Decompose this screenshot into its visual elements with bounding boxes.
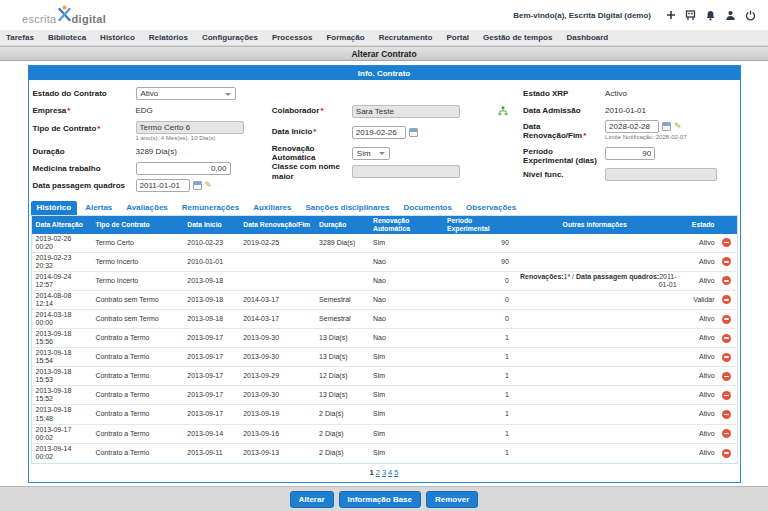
tab-observacoes[interactable]: Observações <box>460 201 522 215</box>
power-icon[interactable] <box>745 10 756 21</box>
menu-item-formacao[interactable]: Formação <box>326 33 364 42</box>
tipo-contrato-input[interactable] <box>136 121 244 134</box>
renovacao-auto-select[interactable]: Sim <box>352 147 390 160</box>
data-renovacao-input[interactable] <box>605 120 659 133</box>
delete-row-icon[interactable] <box>722 391 731 400</box>
menu-item-recrutamento[interactable]: Recrutamento <box>379 33 433 42</box>
tab-avaliacoes[interactable]: Avaliações <box>120 201 174 215</box>
table-row[interactable]: 2013-09-1815:52Contrato a Termo2013-09-1… <box>32 386 737 405</box>
cell-actions <box>717 333 737 344</box>
main-menu: TarefasBibliotecaHistóricoRelatóriosConf… <box>0 30 768 46</box>
column-header-duracao: Duração <box>317 220 371 230</box>
calendar-icon[interactable] <box>409 128 418 137</box>
delete-row-icon[interactable] <box>722 353 731 362</box>
page-link-3[interactable]: 3 <box>382 468 386 477</box>
bell-icon[interactable] <box>705 10 716 21</box>
delete-row-icon[interactable] <box>722 449 731 458</box>
delete-row-icon[interactable] <box>722 372 731 381</box>
table-row[interactable]: 2013-09-1815:48Contrato a Termo2013-09-1… <box>32 405 737 424</box>
cell-tipo-contrato: Termo Incerto <box>93 257 185 267</box>
tipo-contrato-label: Tipo de Contrato <box>33 124 97 133</box>
pencil-icon[interactable]: ✎ <box>205 181 213 190</box>
table-row[interactable]: 2013-09-1815:54Contrato a Termo2013-09-1… <box>32 348 737 367</box>
menu-item-tarefas[interactable]: Tarefas <box>6 33 34 42</box>
cell-duracao: 13 Dia(s) <box>317 390 371 400</box>
page-link-2[interactable]: 2 <box>376 468 380 477</box>
medicina-input[interactable] <box>136 162 231 175</box>
menu-item-historico[interactable]: Histórico <box>100 33 135 42</box>
cell-tipo-contrato: Contrato a Termo <box>93 352 185 362</box>
delete-row-icon[interactable] <box>722 429 731 438</box>
cell-data-alteracao: 2014-03-1800:00 <box>32 310 94 328</box>
table-row[interactable]: 2014-03-1800:00Contrato sem Termo2013-09… <box>32 310 737 329</box>
cell-tipo-contrato: Contrato a Termo <box>93 333 185 343</box>
table-row[interactable]: 2019-02-2600:20Termo Certo2010-02-232019… <box>32 234 737 253</box>
cell-actions <box>717 409 737 420</box>
menu-item-processos[interactable]: Processos <box>272 33 312 42</box>
app-logo: escrita digital <box>22 5 106 25</box>
table-row[interactable]: 2013-09-1400:02Contrato a Termo2013-09-1… <box>32 444 737 463</box>
cell-renovacao-automatica: Sim <box>371 371 445 381</box>
footer-action-bar: AlterarInformação BaseRemover <box>0 486 768 511</box>
table-row[interactable]: 2013-09-1815:56Contrato a Termo2013-09-1… <box>32 329 737 348</box>
calendar-icon[interactable] <box>193 181 202 190</box>
remover-button[interactable]: Remover <box>426 491 478 508</box>
menu-item-dashboard[interactable]: Dashboard <box>566 33 608 42</box>
cell-data-alteracao: 2013-09-1815:52 <box>32 386 94 404</box>
colaborador-label: Colaborador <box>272 106 320 115</box>
cell-estado: Ativo <box>679 448 717 458</box>
menu-item-biblioteca[interactable]: Biblioteca <box>48 33 86 42</box>
cell-tipo-contrato: Contrato a Termo <box>93 390 185 400</box>
estado-contrato-select[interactable]: Ativo <box>136 87 236 100</box>
colaborador-input[interactable] <box>352 105 460 118</box>
data-passagem-input[interactable] <box>136 179 190 192</box>
nivel-func-label: Nível func. <box>523 170 605 179</box>
cell-duracao <box>317 261 371 263</box>
page-link-5[interactable]: 5 <box>394 468 398 477</box>
table-row[interactable]: 2013-09-1815:53Contrato a Termo2013-09-1… <box>32 367 737 386</box>
cell-renovacao-automatica: Sim <box>371 352 445 362</box>
tab-sancoes-disciplinares[interactable]: Sanções disciplinares <box>299 201 395 215</box>
data-inicio-input[interactable] <box>352 126 406 139</box>
table-row[interactable]: 2019-02-2320:32Termo Incerto2010-01-01Na… <box>32 253 737 272</box>
page-link-4[interactable]: 4 <box>388 468 392 477</box>
welcome-text: Bem-vindo(a), Escrita Digital (demo) <box>513 11 651 20</box>
data-admissao-value: 2010-01-01 <box>605 106 646 115</box>
page-link-1: 1 <box>370 468 374 477</box>
cell-estado: Ativo <box>679 429 717 439</box>
delete-row-icon[interactable] <box>722 295 731 304</box>
delete-row-icon[interactable] <box>722 257 731 266</box>
tab-remuneracoes[interactable]: Remunerações <box>176 201 245 215</box>
table-row[interactable]: 2013-09-1700:02Contrato a Termo2013-09-1… <box>32 425 737 444</box>
delete-row-icon[interactable] <box>722 238 731 247</box>
classe-input[interactable] <box>352 165 460 178</box>
building-icon[interactable] <box>685 10 696 21</box>
delete-row-icon[interactable] <box>722 276 731 285</box>
tab-historico[interactable]: Histórico <box>31 201 78 215</box>
pencil-icon[interactable]: ✎ <box>674 122 682 131</box>
user-icon[interactable] <box>725 10 736 21</box>
estado-contrato-label: Estado do Contrato <box>33 89 136 98</box>
nivel-func-input[interactable] <box>605 168 717 181</box>
top-header: escrita digital Bem-vindo(a), Escrita Di… <box>0 0 768 30</box>
menu-item-portal[interactable]: Portal <box>446 33 469 42</box>
menu-item-relatorios[interactable]: Relatórios <box>149 33 188 42</box>
cell-data-inicio: 2013-09-17 <box>185 352 241 362</box>
delete-row-icon[interactable] <box>722 315 731 324</box>
delete-row-icon[interactable] <box>722 410 731 419</box>
tab-documentos[interactable]: Documentos <box>397 201 457 215</box>
cell-renovacao-automatica: Nao <box>371 295 445 305</box>
alterar-button[interactable]: Alterar <box>290 491 334 508</box>
plus-icon[interactable] <box>665 10 676 21</box>
org-tree-icon[interactable] <box>498 102 508 120</box>
menu-item-configuracoes[interactable]: Configurações <box>202 33 258 42</box>
tab-auxiliares[interactable]: Auxiliares <box>247 201 297 215</box>
menu-item-gestao-de-tempos[interactable]: Gestão de tempos <box>483 33 552 42</box>
table-row[interactable]: 2014-09-2412:57Termo Incerto2013-09-18Na… <box>32 272 737 291</box>
informacao-base-button[interactable]: Informação Base <box>339 491 421 508</box>
delete-row-icon[interactable] <box>722 334 731 343</box>
tab-alertas[interactable]: Alertas <box>79 201 118 215</box>
calendar-icon[interactable] <box>662 122 671 131</box>
table-row[interactable]: 2014-08-0812:14Contrato sem Termo2013-09… <box>32 291 737 310</box>
periodo-exp-input[interactable] <box>605 147 655 160</box>
